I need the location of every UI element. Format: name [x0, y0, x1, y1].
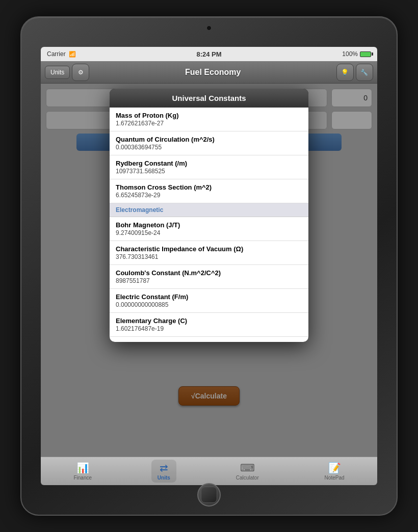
constants-modal: Universal Constants Mass of Proton (Kg) … — [110, 89, 308, 342]
constant-value: 376.730313461 — [116, 253, 302, 260]
constant-value: 0.00000000000885 — [116, 301, 302, 308]
modal-body[interactable]: Mass of Proton (Kg) 1.672621637e-27 Quan… — [110, 108, 308, 342]
status-bar: Carrier 📶 8:24 PM 100% — [41, 47, 377, 61]
tablet-device: Carrier 📶 8:24 PM 100% Units ⚙ Fuel Econ… — [20, 16, 398, 516]
constant-name: Bohr Magneton (J/T) — [116, 221, 302, 229]
tab-notepad[interactable]: 📝 NotePad — [319, 460, 351, 483]
tab-units[interactable]: ⇄ Units — [151, 460, 176, 483]
status-left: Carrier 📶 — [47, 50, 76, 58]
status-time: 8:24 PM — [196, 50, 221, 58]
front-camera — [206, 25, 212, 31]
constant-name: Rydberg Constant (/m) — [116, 159, 302, 167]
calculator-icon: ⌨ — [240, 462, 255, 474]
list-item[interactable]: Coulomb's Constant (N.m^2/C^2) 898755178… — [110, 265, 308, 289]
constant-name: Josephson Constant (Hz/V) — [116, 341, 302, 342]
settings-icon: ⚙ — [78, 69, 84, 76]
app-title: Fuel Economy — [185, 68, 241, 77]
modal-overlay[interactable]: Universal Constants Mass of Proton (Kg) … — [41, 84, 377, 457]
home-button[interactable] — [197, 483, 221, 507]
constant-name: Characteristic Impedance of Vacuum (Ω) — [116, 245, 302, 253]
battery-icon — [360, 51, 371, 57]
modal-title: Universal Constants — [117, 94, 301, 102]
bulb-button[interactable]: 💡 — [336, 64, 354, 81]
tab-calculator-label: Calculator — [236, 475, 259, 481]
app-toolbar: Units ⚙ Fuel Economy 💡 🔧 — [41, 61, 377, 84]
section-0-items: Mass of Proton (Kg) 1.672621637e-27 Quan… — [110, 108, 308, 203]
notepad-icon: 📝 — [328, 462, 341, 474]
finance-icon: 📊 — [76, 462, 89, 474]
constant-name: Electric Constant (F/m) — [116, 293, 302, 301]
tab-calculator[interactable]: ⌨ Calculator — [230, 460, 265, 483]
modal-header: Universal Constants — [110, 89, 308, 108]
list-item[interactable]: Bohr Magneton (J/T) 9.27400915e-24 — [110, 217, 308, 241]
toolbar-right: 💡 🔧 — [336, 64, 373, 81]
units-icon: ⇄ — [160, 462, 168, 474]
tab-finance[interactable]: 📊 Finance — [67, 460, 98, 483]
section-electromagnetic-header: Electromagnetic — [110, 203, 308, 217]
list-item[interactable]: Characteristic Impedance of Vacuum (Ω) 3… — [110, 241, 308, 265]
constant-value: 8987551787 — [116, 277, 302, 284]
screen-area: Carrier 📶 8:24 PM 100% Units ⚙ Fuel Econ… — [41, 47, 377, 485]
constant-value: 6.65245873e-29 — [116, 192, 302, 199]
section-1-items: Bohr Magneton (J/T) 9.27400915e-24 Chara… — [110, 217, 308, 342]
constant-value: 1.602176487e-19 — [116, 325, 302, 332]
list-item[interactable]: Josephson Constant (Hz/V) — [110, 337, 308, 342]
list-item[interactable]: Thomson Cross Section (m^2) 6.65245873e-… — [110, 179, 308, 203]
wrench-button[interactable]: 🔧 — [356, 64, 373, 81]
list-item[interactable]: Quantum of Circulation (m^2/s) 0.0003636… — [110, 131, 308, 155]
list-item[interactable]: Mass of Proton (Kg) 1.672621637e-27 — [110, 108, 308, 131]
settings-button[interactable]: ⚙ — [72, 64, 89, 81]
constant-value: 10973731.568525 — [116, 168, 302, 175]
constant-name: Thomson Cross Section (m^2) — [116, 183, 302, 191]
home-button-inner — [201, 487, 217, 503]
units-button[interactable]: Units — [45, 66, 70, 79]
carrier-label: Carrier — [47, 50, 66, 58]
status-right: 100% — [342, 50, 371, 58]
constant-value: 0.000363694755 — [116, 144, 302, 151]
constant-name: Coulomb's Constant (N.m^2/C^2) — [116, 269, 302, 277]
constant-value: 1.672621637e-27 — [116, 120, 302, 127]
list-item[interactable]: Electric Constant (F/m) 0.00000000000885 — [110, 289, 308, 313]
bulb-icon: 💡 — [341, 69, 349, 76]
battery-percent: 100% — [342, 50, 358, 58]
wifi-icon: 📶 — [69, 51, 76, 58]
tab-bar: 📊 Finance ⇄ Units ⌨ Calculator 📝 NotePad — [41, 457, 377, 485]
constant-name: Mass of Proton (Kg) — [116, 112, 302, 119]
constant-name: Elementary Charge (C) — [116, 317, 302, 325]
list-item[interactable]: Elementary Charge (C) 1.602176487e-19 — [110, 313, 308, 337]
wrench-icon: 🔧 — [360, 69, 368, 76]
constant-value: 9.27400915e-24 — [116, 229, 302, 236]
tab-notepad-label: NotePad — [325, 475, 345, 481]
main-content: 0 gallon/100 miles [UK] √Calculate Unive… — [41, 84, 377, 457]
toolbar-left: Units ⚙ — [45, 64, 89, 81]
list-item[interactable]: Rydberg Constant (/m) 10973731.568525 — [110, 155, 308, 179]
tab-units-label: Units — [158, 475, 170, 481]
tab-finance-label: Finance — [73, 475, 92, 481]
constant-name: Quantum of Circulation (m^2/s) — [116, 136, 302, 143]
